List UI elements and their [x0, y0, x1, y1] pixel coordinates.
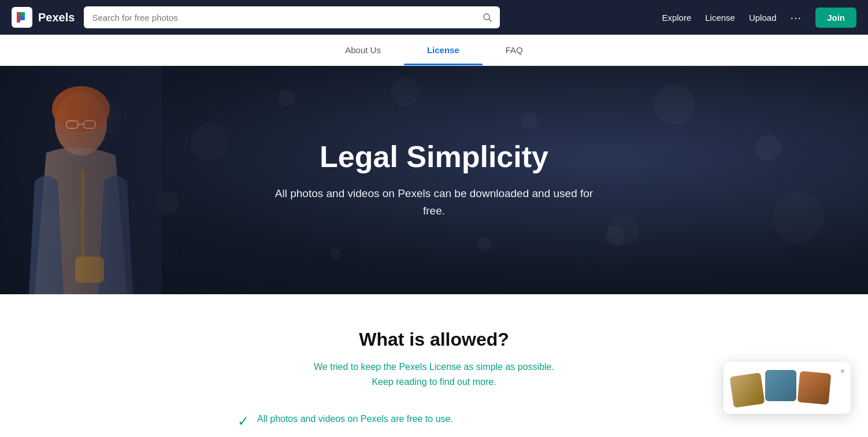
- explore-link[interactable]: Explore: [662, 13, 691, 23]
- toast-close-button[interactable]: ×: [840, 366, 845, 376]
- more-button[interactable]: ···: [790, 11, 802, 24]
- subnav-faq[interactable]: FAQ: [483, 35, 546, 65]
- navbar: Pexels Explore License Upload ··· Join: [0, 0, 868, 35]
- license-link[interactable]: License: [705, 13, 735, 23]
- hero-title: Legal Simplicity: [272, 140, 596, 175]
- subnav-about[interactable]: About Us: [322, 35, 404, 65]
- join-button[interactable]: Join: [815, 8, 856, 28]
- toast-images: [732, 370, 830, 406]
- search-button[interactable]: [483, 13, 492, 22]
- svg-line-6: [489, 19, 491, 21]
- allowed-item-text: All photos and videos on Pexels are free…: [257, 412, 453, 426]
- svg-rect-14: [0, 66, 162, 294]
- check-icon: ✓: [238, 413, 249, 429]
- nav-links: Explore License Upload ··· Join: [662, 8, 856, 28]
- allowed-title: What is allowed?: [12, 329, 856, 350]
- hero-content: Legal Simplicity All photos and videos o…: [261, 128, 607, 232]
- sub-nav: About Us License FAQ: [0, 35, 868, 66]
- toast-image-3: [797, 371, 832, 405]
- subnav-license[interactable]: License: [404, 35, 483, 65]
- hero-person-image: [0, 66, 162, 294]
- brand-name: Pexels: [38, 11, 75, 24]
- toast-image-1: [730, 373, 765, 408]
- toast-notification: ×: [724, 362, 851, 414]
- hero-subtitle: All photos and videos on Pexels can be d…: [272, 185, 596, 220]
- allowed-item: ✓ All photos and videos on Pexels are fr…: [238, 412, 630, 429]
- hero-banner: Legal Simplicity All photos and videos o…: [0, 66, 868, 294]
- logo-icon: [12, 7, 32, 28]
- search-bar[interactable]: [84, 6, 500, 28]
- logo[interactable]: Pexels: [12, 7, 75, 28]
- svg-rect-4: [17, 12, 20, 23]
- toast-image-2: [765, 370, 796, 401]
- upload-link[interactable]: Upload: [749, 13, 777, 23]
- search-input[interactable]: [92, 13, 483, 23]
